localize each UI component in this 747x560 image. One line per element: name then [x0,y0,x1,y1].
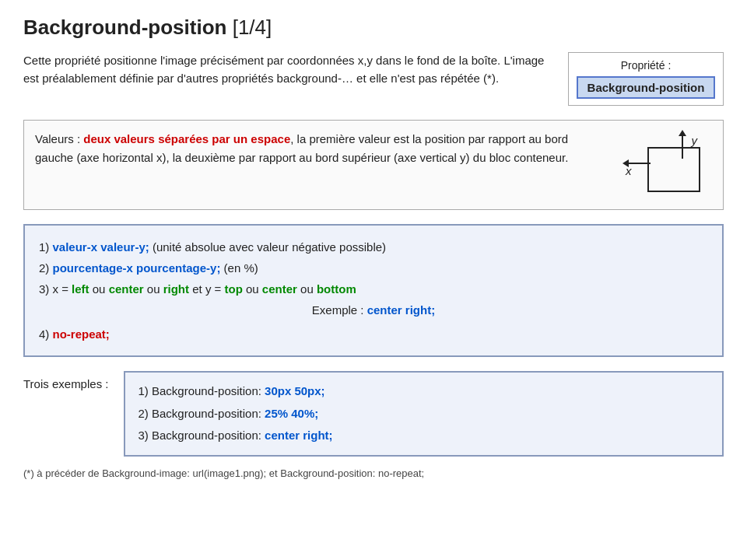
example-line2-before: 2) Background-position: [138,407,265,420]
syntax-line3-green1: left [72,282,89,296]
syntax-line5-before: 4) [39,327,53,341]
example-line2: 2) Background-position: 25% 40%; [138,403,710,425]
syntax-line3-or4: ou [297,282,317,296]
syntax-line2-after: (en %) [220,261,258,275]
diagram: y x [611,130,712,200]
syntax-line4-blue: center right; [367,303,436,317]
footnote: (*) à précéder de Background-image: url(… [23,467,724,479]
syntax-line1-blue: valeur-x valeur-y; [53,240,149,254]
title-counter: [1/4] [233,16,272,39]
values-text-before: Valeurs : [35,132,83,145]
syntax-line3-or2: ou [144,282,163,296]
syntax-line3-before: 3) x = [39,282,72,296]
syntax-line2-before: 2) [39,261,53,275]
syntax-line5-red: no-repeat; [53,327,110,341]
values-section: Valeurs : deux valeurs séparées par un e… [23,120,724,210]
footnote-text: (*) à précéder de Background-image: url(… [23,467,424,479]
syntax-line2: 2) pourcentage-x pourcentage-y; (en %) [39,257,708,278]
syntax-line3: 3) x = left ou center ou right et y = to… [39,278,708,299]
examples-box: 1) Background-position: 30px 50px; 2) Ba… [124,371,724,457]
syntax-line3-or3: ou [243,282,262,296]
syntax-line3-green3: right [163,282,189,296]
syntax-line1: 1) valeur-x valeur-y; (unité absolue ave… [39,236,708,257]
syntax-line3-green2: center [109,282,144,296]
example-line1: 1) Background-position: 30px 50px; [138,380,710,403]
example-line2-blue: 25% 40%; [265,407,318,420]
title-main: Background-position [23,16,226,39]
example-line1-blue: 30px 50px; [265,384,325,397]
page-title: Background-position [1/4] [23,16,724,40]
syntax-section: 1) valeur-x valeur-y; (unité absolue ave… [23,224,724,357]
syntax-line1-after: (unité absolue avec valeur négative poss… [149,240,386,254]
example-line3: 3) Background-position: center right; [138,425,710,447]
syntax-line4: Exemple : center right; [39,299,708,320]
property-box: Propriété : Background-position [568,52,724,106]
example-line3-before: 3) Background-position: [138,429,265,442]
syntax-line3-or1: ou [89,282,109,296]
examples-label: Trois exemples : [23,371,108,390]
label-x: x [626,164,632,177]
values-text: Valeurs : deux valeurs séparées par un e… [35,130,595,200]
syntax-line3-green5: center [262,282,297,296]
diagram-inner: y x [622,130,700,200]
example-line3-blue: center right; [265,429,333,442]
example-line1-before: 1) Background-position: [138,384,265,397]
values-highlight: deux valeurs séparées par un espace [83,132,290,145]
intro-text: Cette propriété positionne l'image préci… [23,52,552,106]
diagram-rect [647,147,700,192]
syntax-line3-mid: et y = [189,282,224,296]
syntax-line5: 4) no-repeat; [39,324,708,345]
syntax-line1-before: 1) [39,240,53,254]
top-section: Cette propriété positionne l'image préci… [23,52,724,106]
syntax-line3-green6: bottom [317,282,356,296]
syntax-line4-before: Exemple : [312,303,367,317]
examples-section: Trois exemples : 1) Background-position:… [23,371,724,457]
syntax-line3-green4: top [224,282,242,296]
syntax-line2-blue: pourcentage-x pourcentage-y; [53,261,221,275]
property-value: Background-position [577,76,715,99]
label-y: y [692,134,698,147]
property-label: Propriété : [577,59,715,72]
